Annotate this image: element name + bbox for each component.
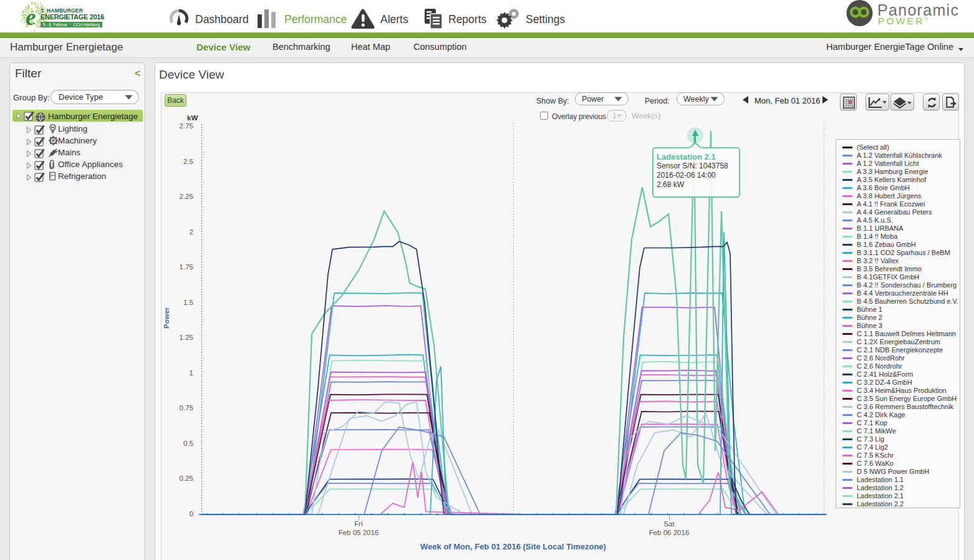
svg-text:e: e [26, 4, 36, 30]
